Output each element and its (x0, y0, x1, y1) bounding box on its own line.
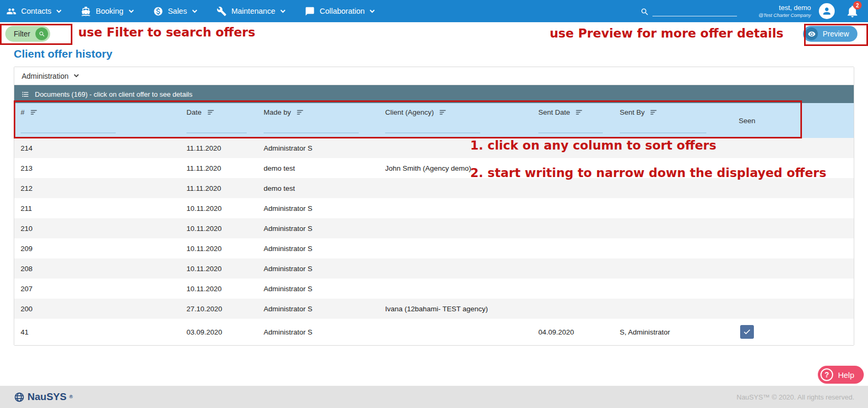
table-row[interactable]: 210 10.11.2020 Administrator S (14, 218, 854, 238)
column-label: Date (186, 108, 202, 116)
list-icon (21, 90, 30, 98)
nav-item-sales[interactable]: Sales (153, 6, 198, 16)
table-row[interactable]: 211 10.11.2020 Administrator S (14, 198, 854, 218)
booking-icon (81, 6, 91, 16)
cell-made-by: Administrator S (257, 285, 379, 293)
table-row[interactable]: 213 11.11.2020 demo test John Smith (Age… (14, 158, 854, 178)
column-filter-input[interactable] (385, 125, 480, 133)
user-avatar[interactable] (819, 3, 835, 19)
nav-item-contacts[interactable]: Contacts (6, 6, 62, 16)
cell-made-by: Administrator S (257, 225, 379, 233)
preview-button-label: Preview (823, 30, 849, 38)
cell-client-agency: Ivana (12bahami- TEST agency) (379, 305, 532, 313)
cell-seen (717, 285, 777, 292)
table-row[interactable]: 212 11.11.2020 demo test (14, 178, 854, 198)
cell-made-by: Administrator S (257, 144, 379, 152)
column-filter-input[interactable] (21, 125, 116, 133)
cell-date: 11.11.2020 (180, 184, 257, 192)
chevron-down-icon (73, 74, 79, 78)
table-row[interactable]: 207 10.11.2020 Administrator S (14, 279, 854, 299)
cell-date: 11.11.2020 (180, 144, 257, 152)
column-filter-input[interactable] (264, 125, 359, 133)
documents-header-text: Documents (169) - click on client offer … (35, 90, 192, 98)
global-search (640, 6, 737, 16)
table-row[interactable]: 214 11.11.2020 Administrator S (14, 138, 854, 158)
column-header-top: # (21, 108, 180, 116)
user-name: test, demo (759, 4, 811, 13)
preview-button[interactable]: Preview (803, 26, 857, 42)
cell-made-by: Administrator S (257, 205, 379, 212)
brand-text: NauSYS (27, 391, 67, 403)
copyright-text: NauSYS™ © 2020. All rights reserved. (736, 393, 854, 401)
chevron-down-icon (280, 10, 286, 13)
nav-item-label: Collaboration (320, 7, 365, 15)
cell-date: 11.11.2020 (180, 164, 257, 172)
column-filter-input[interactable] (186, 125, 247, 133)
column-header-top: Client (Agency) (385, 108, 532, 116)
table-body: 214 11.11.2020 Administrator S 213 11.11… (14, 138, 854, 345)
table-row[interactable]: 209 10.11.2020 Administrator S (14, 238, 854, 258)
cell-number: 209 (14, 245, 180, 253)
page-title: Client offer history (0, 45, 868, 67)
notification-badge: 2 (853, 1, 862, 10)
cell-seen (717, 205, 777, 211)
cell-date: 03.09.2020 (180, 328, 257, 336)
cell-made-by: Administrator S (257, 305, 379, 313)
cell-seen (717, 245, 777, 252)
column-header[interactable]: Client (Agency) (379, 103, 532, 138)
seen-checkbox[interactable] (740, 325, 754, 339)
table-row[interactable]: 200 27.10.2020 Administrator S Ivana (12… (14, 299, 854, 319)
cell-seen (717, 165, 777, 171)
sort-icon (575, 109, 583, 115)
column-header-top: Date (186, 108, 257, 116)
table-row[interactable]: 41 03.09.2020 Administrator S 04.09.2020… (14, 319, 854, 345)
nav-item-collaboration[interactable]: Collaboration (305, 6, 375, 16)
nav-item-booking[interactable]: Booking (81, 6, 134, 16)
question-mark-icon: ? (820, 368, 833, 381)
column-label: # (21, 108, 25, 116)
table-header-row: # Date Made by Client (Agency) Sent Date… (14, 103, 854, 138)
section-dropdown[interactable]: Administration (14, 67, 854, 85)
nav-right-section: test, demo @Test Charter Company 2 (640, 2, 862, 21)
chevron-down-icon (56, 10, 62, 13)
table-row[interactable]: 208 10.11.2020 Administrator S (14, 258, 854, 279)
cell-seen (717, 305, 777, 312)
cell-client-agency: John Smith (Agency demo) (379, 164, 532, 172)
cell-date: 10.11.2020 (180, 245, 257, 253)
cell-number: 213 (14, 164, 180, 172)
nav-item-maintenance[interactable]: Maintenance (217, 6, 286, 16)
cell-made-by: Administrator S (257, 245, 379, 253)
cell-date: 27.10.2020 (180, 305, 257, 313)
column-header-top: Made by (264, 108, 379, 116)
column-filter-input[interactable] (538, 125, 603, 133)
cell-date: 10.11.2020 (180, 265, 257, 273)
nav-item-label: Contacts (21, 7, 51, 15)
help-button[interactable]: ? Help (818, 366, 864, 384)
column-filter-input[interactable] (620, 125, 706, 133)
sort-icon (650, 109, 657, 115)
column-header[interactable]: Sent Date (532, 103, 613, 138)
documents-header-bar: Documents (169) - click on client offer … (14, 85, 854, 103)
column-label: Made by (264, 108, 291, 116)
search-icon[interactable] (640, 7, 649, 16)
column-header[interactable]: Made by (257, 103, 379, 138)
column-header[interactable]: Date (180, 103, 257, 138)
notifications-button[interactable]: 2 (843, 2, 862, 21)
column-header[interactable]: # (14, 103, 180, 138)
column-header[interactable]: Sent By (613, 103, 717, 138)
cell-sent-by: S, Administrator (613, 328, 717, 336)
cell-number: 200 (14, 305, 180, 313)
filter-button[interactable]: Filter (5, 26, 50, 42)
collaboration-icon (305, 6, 315, 16)
cell-date: 10.11.2020 (180, 205, 257, 212)
column-label: Client (Agency) (385, 108, 434, 116)
section-dropdown-label: Administration (22, 72, 69, 80)
user-info: test, demo @Test Charter Company (759, 4, 811, 19)
column-header: Seen (717, 103, 777, 138)
chevron-down-icon (128, 10, 134, 13)
cell-number: 214 (14, 144, 180, 152)
cell-number: 211 (14, 205, 180, 212)
search-input[interactable] (652, 6, 737, 16)
cell-made-by: demo test (257, 184, 379, 192)
user-avatar-icon (822, 6, 832, 16)
